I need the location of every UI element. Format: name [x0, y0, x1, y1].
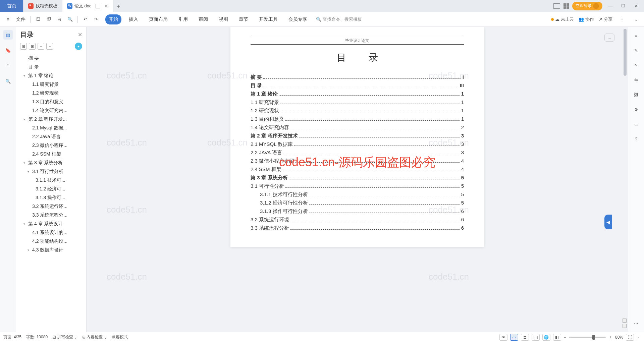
outline-node[interactable]: ▾第 3 章 系统分析 — [16, 159, 86, 167]
device-icon[interactable]: ▭ — [632, 120, 640, 128]
help-icon[interactable]: ? — [632, 135, 640, 143]
collapse-all-icon[interactable]: ⊟ — [20, 43, 27, 50]
collaborate-button[interactable]: 👥协作 — [579, 16, 594, 22]
image-icon[interactable]: 🖼 — [632, 91, 640, 99]
split-window-icon[interactable] — [96, 4, 100, 8]
reading-mode-icon[interactable] — [553, 3, 560, 9]
page-view-icon[interactable]: ▭ — [510, 334, 518, 341]
cloud-status[interactable]: ☁未上云 — [551, 16, 574, 22]
command-search[interactable]: 🔍 查找命令、搜索模板 — [316, 16, 362, 22]
toc-row[interactable]: 3.1.1 技术可行性分析5 — [251, 191, 464, 198]
zoom-value[interactable]: 80% — [615, 335, 623, 340]
add-icon[interactable]: ＋ — [38, 43, 44, 50]
tab-home[interactable]: 首页 — [0, 0, 23, 12]
reading-view-icon[interactable]: ▯▯ — [532, 334, 540, 341]
outline-node[interactable]: 2.4 SSM 框架 — [16, 150, 86, 159]
collapse-ribbon-icon[interactable]: ⌄ — [631, 15, 641, 24]
eye-icon[interactable]: 👁 — [499, 334, 507, 341]
zoom-slider[interactable] — [569, 337, 606, 338]
toc-row[interactable]: 3.2 系统运行环境6 — [251, 217, 464, 223]
toc-row[interactable]: 1.3 目的和意义1 — [251, 116, 464, 122]
outline-node[interactable]: 3.2 系统运行环... — [16, 202, 86, 211]
outline-node[interactable]: 3.1.3 操作可... — [16, 193, 86, 202]
outline-node[interactable]: 2.2 Java 语言 — [16, 132, 86, 141]
status-contentcheck[interactable]: ⦾内容检查 ⌄ — [82, 334, 107, 340]
minimize-button[interactable]: — — [606, 3, 615, 8]
toc-row[interactable]: 第 2 章 程序开发技术3 — [251, 133, 464, 139]
menu-insert[interactable]: 插入 — [125, 14, 142, 24]
outline-node[interactable]: 4.1 系统设计的... — [16, 228, 86, 237]
cursor-icon[interactable]: ↖ — [632, 61, 640, 69]
outline-node[interactable]: ▾第 1 章 绪论 — [16, 71, 86, 80]
toc-row[interactable]: 第 3 章 系统分析5 — [251, 175, 464, 181]
vertical-scrollbar[interactable] — [623, 27, 627, 332]
redo-icon[interactable]: ↷ — [91, 15, 101, 24]
toc-row[interactable]: 1.2 研究现状1 — [251, 108, 464, 114]
hamburger-icon[interactable]: ≡ — [3, 15, 13, 24]
settings-icon[interactable]: ⇆ — [632, 76, 640, 84]
print-icon[interactable]: 🖨 — [55, 15, 64, 24]
outline-node[interactable]: 3.3 系统流程分... — [16, 211, 86, 220]
zoom-out-button[interactable]: − — [564, 335, 566, 340]
share-button[interactable]: ↗分享 — [599, 16, 612, 22]
menu-view[interactable]: 视图 — [215, 14, 231, 24]
expand-all-icon[interactable]: ⊞ — [29, 43, 36, 50]
more-icon[interactable]: ⋮ — [617, 15, 627, 24]
toc-row[interactable]: 2.2 JAVA 语言3 — [251, 150, 464, 156]
outline-node[interactable]: 摘 要 — [16, 54, 86, 63]
toc-row[interactable]: 3.1 可行性分析5 — [251, 183, 464, 189]
resize-grip-icon[interactable]: ⋰ — [637, 335, 641, 340]
outline-node[interactable]: ▾第 2 章 程序开发... — [16, 115, 86, 124]
file-menu[interactable]: 文件 — [14, 16, 28, 22]
outline-icon[interactable]: ▤ — [3, 30, 13, 40]
search-rail-icon[interactable]: 🔍 — [3, 76, 13, 86]
view-toggle-pill[interactable]: ⌄ — [604, 34, 614, 42]
menu-review[interactable]: 审阅 — [195, 14, 211, 24]
outline-node[interactable]: 1.4 论文研究内... — [16, 106, 86, 115]
hamburger-right-icon[interactable]: ≡ — [632, 32, 640, 40]
menu-vip[interactable]: 会员专享 — [285, 14, 311, 24]
outline-node[interactable]: 3.1.1 技术可... — [16, 176, 86, 185]
save-as-icon[interactable]: 🗐 — [44, 15, 53, 24]
menu-dev-tools[interactable]: 开发工具 — [256, 14, 281, 24]
login-button[interactable]: 立即登录 — [572, 2, 602, 10]
close-outline-icon[interactable]: ✕ — [78, 32, 82, 38]
toc-row[interactable]: 第 1 章 绪论1 — [251, 91, 464, 97]
outline-node[interactable]: 1.3 目的和意义 — [16, 98, 86, 106]
scrollbar-thumb[interactable] — [624, 29, 627, 76]
toc-row[interactable]: 摘 要I — [251, 74, 464, 80]
toc-row[interactable]: 3.1.2 经济可行性分析5 — [251, 200, 464, 206]
new-tab-button[interactable]: ＋ — [113, 2, 123, 10]
status-compat[interactable]: 兼容模式 — [112, 334, 128, 340]
outline-node[interactable]: ▾4.3 数据库设计 — [16, 246, 86, 254]
side-panel-toggle[interactable]: ◀ — [604, 215, 612, 229]
toc-row[interactable]: 3.1.3 操作可行性分析6 — [251, 208, 464, 215]
outline-node[interactable]: 1.2 研究现状 — [16, 89, 86, 98]
zoom-in-button[interactable]: ＋ — [608, 334, 612, 340]
outline-view-icon[interactable]: ≣ — [521, 334, 529, 341]
menu-start[interactable]: 开始 — [105, 14, 121, 24]
toc-row[interactable]: 1.4 论文研究内容2 — [251, 124, 464, 131]
outline-node[interactable]: ▾第 4 章 系统设计 — [16, 220, 86, 228]
outline-badge-icon[interactable]: ● — [75, 43, 82, 50]
menu-page-layout[interactable]: 页面布局 — [146, 14, 171, 24]
print-preview-icon[interactable]: 🔍 — [65, 15, 75, 24]
status-spellcheck[interactable]: ☑拼写检查 ⌄ — [52, 334, 77, 340]
outline-node[interactable]: 4.2 功能结构设... — [16, 237, 86, 246]
outline-node[interactable]: 1.1 研究背景 — [16, 80, 86, 89]
more-dots-icon[interactable]: ⋯ — [632, 319, 640, 327]
outline-node[interactable]: 目 录 — [16, 63, 86, 71]
scroll-arrow-down-icon[interactable] — [623, 324, 627, 328]
bookmark-icon[interactable]: 🔖 — [3, 46, 13, 55]
toc-row[interactable]: 3.3 系统流程分析6 — [251, 225, 464, 231]
document-canvas[interactable]: ⌄ 毕业设计论文 目 录 摘 要I目 录III第 1 章 绪论11.1 研究背景… — [87, 27, 628, 332]
toc-row[interactable]: 1.1 研究背景1 — [251, 99, 464, 106]
gear-icon[interactable]: ⚙ — [632, 105, 640, 113]
fullscreen-icon[interactable]: ⛶ — [626, 334, 634, 341]
maximize-button[interactable]: ☐ — [619, 3, 628, 8]
outline-node[interactable]: ▾3.1 可行性分析 — [16, 167, 86, 176]
focus-view-icon[interactable]: ◧ — [553, 334, 561, 341]
outline-node[interactable]: 3.1.2 经济可... — [16, 185, 86, 193]
tab-document[interactable]: 论文.doc ✕ — [62, 0, 113, 12]
outline-node[interactable]: 2.3 微信小程序... — [16, 141, 86, 150]
